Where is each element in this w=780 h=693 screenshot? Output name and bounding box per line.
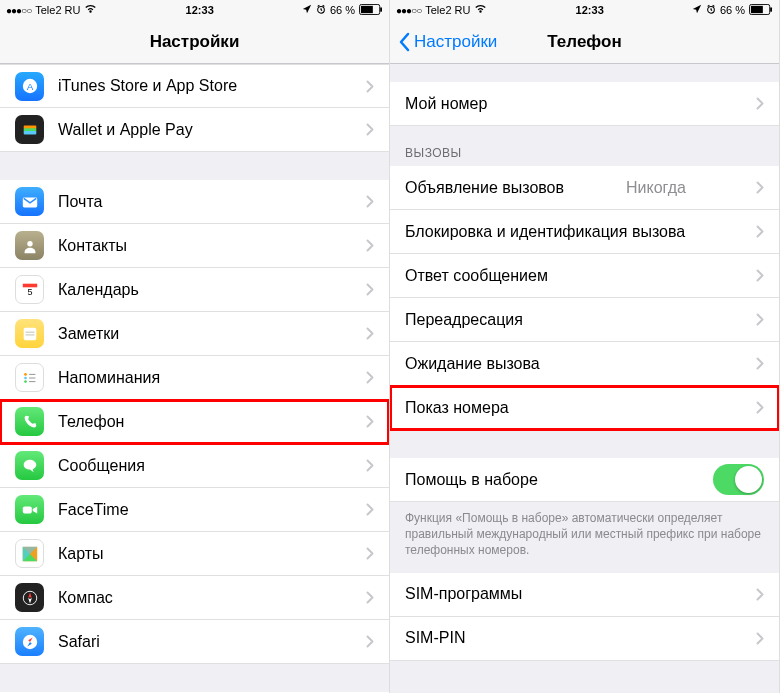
row-label: Сообщения — [58, 457, 145, 475]
row-label: SIM-PIN — [405, 629, 465, 647]
row-value: Никогда — [626, 179, 694, 197]
settings-row[interactable]: Ожидание вызова — [390, 342, 779, 386]
chevron-right-icon — [366, 195, 374, 208]
settings-row-safari[interactable]: Safari — [0, 620, 389, 664]
row-label: Мой номер — [405, 95, 487, 113]
settings-row-notes[interactable]: Заметки — [0, 312, 389, 356]
row-label: FaceTime — [58, 501, 129, 519]
settings-row-facetime[interactable]: FaceTime — [0, 488, 389, 532]
svg-rect-29 — [770, 7, 772, 12]
nav-bar: Настройки Телефон — [390, 20, 779, 64]
svg-rect-13 — [23, 327, 36, 340]
alarm-icon — [316, 4, 326, 16]
svg-text:5: 5 — [27, 287, 32, 297]
reminders-icon — [15, 363, 44, 392]
settings-row-compass[interactable]: Компас — [0, 576, 389, 620]
chevron-right-icon — [756, 401, 764, 414]
chevron-right-icon — [756, 588, 764, 601]
location-icon — [692, 4, 702, 16]
settings-row[interactable]: Блокировка и идентификация вызова — [390, 210, 779, 254]
row-label: Блокировка и идентификация вызова — [405, 223, 685, 241]
chevron-right-icon — [366, 635, 374, 648]
wifi-icon — [84, 4, 97, 16]
phone-settings-list[interactable]: Мой номерВызовыОбъявление вызововНикогда… — [390, 64, 779, 693]
settings-row-calendar[interactable]: 5Календарь — [0, 268, 389, 312]
phone-settings-screen: ●●●○○ Tele2 RU 12:33 66 % Настройки Теле… — [390, 0, 780, 693]
row-label: SIM-программы — [405, 585, 522, 603]
chevron-right-icon — [366, 415, 374, 428]
signal-dots: ●●●○○ — [396, 5, 421, 16]
chevron-right-icon — [366, 503, 374, 516]
location-icon — [302, 4, 312, 16]
settings-row[interactable]: Показ номера — [390, 386, 779, 430]
svg-point-16 — [24, 373, 27, 376]
settings-row-messages[interactable]: Сообщения — [0, 444, 389, 488]
settings-row-maps[interactable]: Карты — [0, 532, 389, 576]
settings-screen: ●●●○○ Tele2 RU 12:33 66 % Настройки AiTu… — [0, 0, 390, 693]
battery-pct: 66 % — [330, 4, 355, 16]
row-label: Ответ сообщением — [405, 267, 548, 285]
chevron-right-icon — [366, 239, 374, 252]
itunes-icon: A — [15, 72, 44, 101]
settings-list[interactable]: AiTunes Store и App StoreWallet и Apple … — [0, 64, 389, 693]
chevron-right-icon — [366, 80, 374, 93]
dial-assist-footer: Функция «Помощь в наборе» автоматически … — [390, 502, 779, 573]
settings-row[interactable]: Переадресация — [390, 298, 779, 342]
chevron-right-icon — [756, 357, 764, 370]
carrier-label: Tele2 RU — [35, 4, 80, 16]
mail-icon — [15, 187, 44, 216]
row-label: Контакты — [58, 237, 127, 255]
calendar-icon: 5 — [15, 275, 44, 304]
settings-row-reminders[interactable]: Напоминания — [0, 356, 389, 400]
clock: 12:33 — [186, 4, 214, 16]
svg-rect-28 — [751, 5, 763, 12]
row-label: Wallet и Apple Pay — [58, 121, 193, 139]
svg-rect-2 — [361, 5, 373, 12]
status-bar: ●●●○○ Tele2 RU 12:33 66 % — [390, 0, 779, 20]
settings-row[interactable]: Объявление вызововНикогда — [390, 166, 779, 210]
row-label: Помощь в наборе — [405, 471, 538, 489]
svg-text:A: A — [26, 81, 33, 92]
dial-assist-row[interactable]: Помощь в наборе — [390, 458, 779, 502]
dial-assist-toggle[interactable] — [713, 464, 764, 495]
carrier-label: Tele2 RU — [425, 4, 470, 16]
row-label: Заметки — [58, 325, 119, 343]
chevron-right-icon — [756, 313, 764, 326]
settings-row-wallet[interactable]: Wallet и Apple Pay — [0, 108, 389, 152]
chevron-right-icon — [366, 459, 374, 472]
facetime-icon — [15, 495, 44, 524]
row-label: Телефон — [58, 413, 124, 431]
settings-row[interactable]: Ответ сообщением — [390, 254, 779, 298]
chevron-right-icon — [366, 327, 374, 340]
settings-row-contacts[interactable]: Контакты — [0, 224, 389, 268]
chevron-right-icon — [756, 225, 764, 238]
row-label: Напоминания — [58, 369, 160, 387]
phone-icon — [15, 407, 44, 436]
settings-row-itunes[interactable]: AiTunes Store и App Store — [0, 64, 389, 108]
settings-row-mail[interactable]: Почта — [0, 180, 389, 224]
svg-point-10 — [27, 241, 32, 246]
wallet-icon — [15, 115, 44, 144]
chevron-right-icon — [366, 547, 374, 560]
row-label: Компас — [58, 589, 113, 607]
battery-pct: 66 % — [720, 4, 745, 16]
chevron-right-icon — [366, 371, 374, 384]
settings-row-phone[interactable]: Телефон — [0, 400, 389, 444]
settings-row[interactable]: Мой номер — [390, 82, 779, 126]
svg-rect-3 — [380, 7, 382, 12]
row-label: Ожидание вызова — [405, 355, 540, 373]
status-bar: ●●●○○ Tele2 RU 12:33 66 % — [0, 0, 389, 20]
back-button[interactable]: Настройки — [398, 32, 497, 52]
row-label: Объявление вызовов — [405, 179, 564, 197]
chevron-right-icon — [756, 269, 764, 282]
notes-icon — [15, 319, 44, 348]
row-label: Переадресация — [405, 311, 523, 329]
settings-row[interactable]: SIM-программы — [390, 573, 779, 617]
svg-point-18 — [24, 380, 27, 383]
alarm-icon — [706, 4, 716, 16]
chevron-right-icon — [366, 591, 374, 604]
svg-rect-22 — [22, 506, 31, 513]
page-title: Телефон — [547, 32, 621, 52]
settings-row[interactable]: SIM-PIN — [390, 617, 779, 661]
compass-icon — [15, 583, 44, 612]
